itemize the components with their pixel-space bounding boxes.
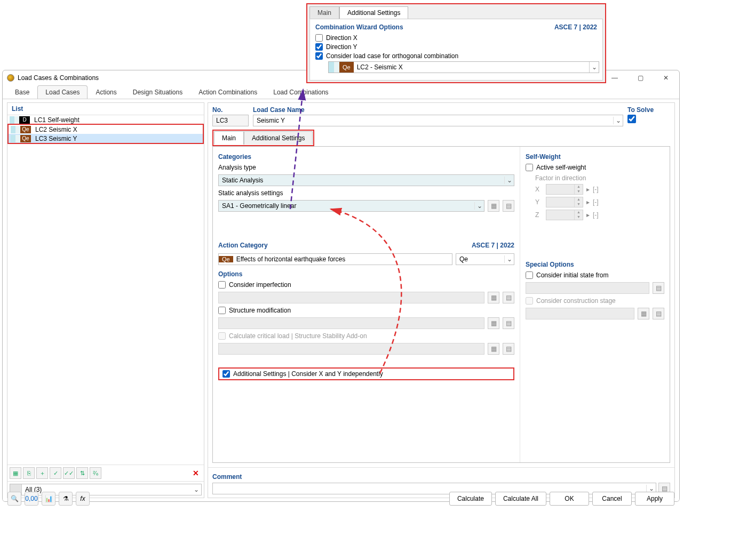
checkbox-direction-x[interactable] <box>315 34 323 42</box>
checkbox-imperfection[interactable] <box>218 281 226 289</box>
renumber-button[interactable]: ²⁄₆ <box>90 467 101 479</box>
initialstate-select <box>526 282 649 294</box>
additional-settings-popup: Main Additional Settings Combination Wiz… <box>306 3 606 83</box>
subtab-main[interactable]: Main <box>214 131 244 145</box>
sas-select[interactable]: SA1 - Geometrically linear⌄ <box>218 200 484 212</box>
list-item[interactable]: D LC1 Self-weight <box>7 115 204 124</box>
stats-button[interactable]: 📊 <box>42 492 55 506</box>
label-orthogonal: Consider load case for orthogonal combin… <box>326 52 458 60</box>
function-button[interactable]: fx <box>76 492 90 506</box>
action-standard: ASCE 7 | 2022 <box>472 242 514 249</box>
checkbox-structmod[interactable] <box>218 307 226 314</box>
chevron-down-icon[interactable]: ⌄ <box>474 202 484 210</box>
tab-load-combinations[interactable]: Load Combinations <box>265 85 336 99</box>
check2-button[interactable]: ✓✓ <box>63 467 75 479</box>
close-button[interactable]: ✕ <box>657 74 675 82</box>
label-selfweight: Active self-weight <box>536 164 586 171</box>
main-tabset: Base Load Cases Actions Design Situation… <box>3 85 679 99</box>
sas-label: Static analysis settings <box>218 189 514 197</box>
critical-select <box>218 343 484 355</box>
list-item-label: LC2 Seismic X <box>31 126 77 133</box>
name-label: Load Case Name <box>253 106 623 114</box>
selfweight-heading: Self-Weight <box>526 153 664 161</box>
action-code-select[interactable]: Qe⌄ <box>456 253 514 265</box>
checkbox-initialstate[interactable] <box>526 271 533 279</box>
checkbox-critical <box>218 332 226 340</box>
new-struct-button[interactable]: ▦ <box>488 317 499 329</box>
help-button[interactable]: 🔍 <box>7 492 21 506</box>
popup-tab-additional[interactable]: Additional Settings <box>339 6 408 19</box>
ok-button[interactable]: OK <box>550 492 589 506</box>
edit-struct-button[interactable]: ▤ <box>503 317 514 329</box>
edit-init-button[interactable]: ▤ <box>653 282 664 294</box>
calculate-all-button[interactable]: Calculate All <box>495 492 546 506</box>
analysis-type-select[interactable]: Static Analysis⌄ <box>218 174 514 186</box>
delete-button[interactable]: ✕ <box>190 467 202 479</box>
analysis-type-label: Analysis type <box>218 164 514 171</box>
chevron-down-icon[interactable]: ⌄ <box>504 177 514 184</box>
list-heading: List <box>7 103 204 115</box>
maximize-button[interactable]: ▢ <box>631 74 649 82</box>
sort-button[interactable]: ⇅ <box>76 467 88 479</box>
settings-button[interactable]: ⚗ <box>59 492 73 506</box>
dialog-title: Load Cases & Combinations <box>18 74 99 82</box>
checkbox-orthogonal[interactable] <box>315 52 323 60</box>
specialopts-heading: Special Options <box>526 261 664 268</box>
no-field[interactable]: LC3 <box>212 115 249 126</box>
factor-z-spinner: ▲▼ <box>546 210 583 220</box>
new-cs-button[interactable]: ▦ <box>638 308 649 319</box>
new-settings-button[interactable]: ▦ <box>488 200 499 212</box>
badge-qe-icon: Qe <box>20 135 31 142</box>
new-button[interactable]: ▦ <box>10 467 21 479</box>
calculate-button[interactable]: Calculate <box>449 492 492 506</box>
edit-imp-button[interactable]: ▤ <box>503 292 514 303</box>
label-initialstate: Consider initial state from <box>536 271 608 279</box>
edit-cs-button[interactable]: ▤ <box>653 308 664 319</box>
minimize-button[interactable]: — <box>606 74 624 82</box>
copy-button[interactable]: ⎘ <box>23 467 35 479</box>
edit-crit-button[interactable]: ▤ <box>503 343 514 355</box>
units-button[interactable]: 0,00 <box>25 492 38 506</box>
list-item[interactable]: Qe LC3 Seismic Y <box>9 134 203 143</box>
label-critical: Calculate critical load | Structure Stab… <box>229 332 367 340</box>
qe-badge-icon: Qe <box>339 62 354 73</box>
subtab-additional[interactable]: Additional Settings <box>244 131 313 145</box>
name-field[interactable]: Seismic Y⌄ <box>253 115 623 126</box>
checkbox-additional-settings[interactable] <box>222 370 230 378</box>
structmod-select <box>218 317 484 329</box>
tab-design-situations[interactable]: Design Situations <box>125 85 190 99</box>
checkbox-direction-y[interactable] <box>315 43 323 51</box>
badge-d-icon: D <box>19 116 30 124</box>
cancel-button[interactable]: Cancel <box>592 492 632 506</box>
add-button[interactable]: ＋ <box>36 467 48 479</box>
chevron-down-icon[interactable]: ⌄ <box>613 117 623 124</box>
list-item-label: LC1 Self-weight <box>30 116 80 124</box>
comment-heading: Comment <box>212 473 670 481</box>
new-imp-button[interactable]: ▦ <box>488 292 499 303</box>
orthogonal-loadcase-select[interactable]: Qe LC2 - Seismic X ⌄ <box>328 61 599 73</box>
checkbox-selfweight[interactable] <box>526 164 533 171</box>
popup-heading: Combination Wizard Options <box>315 23 403 31</box>
check-button[interactable]: ✓ <box>50 467 61 479</box>
checkbox-constructionstage <box>526 297 533 305</box>
action-category-heading: Action Category <box>218 242 268 249</box>
label-direction-x: Direction X <box>326 34 357 42</box>
chevron-down-icon[interactable]: ⌄ <box>589 62 599 73</box>
tab-actions[interactable]: Actions <box>88 85 124 99</box>
categories-heading: Categories <box>218 153 514 161</box>
chevron-down-icon[interactable]: ⌄ <box>504 255 514 263</box>
new-crit-button[interactable]: ▦ <box>488 343 499 355</box>
action-category-select[interactable]: Qe Effects of horizontal earthquake forc… <box>218 253 452 265</box>
checkbox-to-solve[interactable] <box>627 115 636 123</box>
factor-y-spinner: ▲▼ <box>546 197 583 207</box>
tab-load-cases[interactable]: Load Cases <box>37 85 88 99</box>
dialog-footer: 🔍 0,00 📊 ⚗ fx Calculate Calculate All OK… <box>2 489 680 509</box>
solve-label: To Solve <box>627 106 670 114</box>
popup-tab-main[interactable]: Main <box>309 6 339 19</box>
apply-button[interactable]: Apply <box>635 492 674 506</box>
edit-settings-button[interactable]: ▤ <box>503 200 514 212</box>
tab-action-combinations[interactable]: Action Combinations <box>190 85 265 99</box>
tab-base[interactable]: Base <box>7 85 37 99</box>
label-imperfection: Consider imperfection <box>229 281 291 289</box>
list-item[interactable]: Qe LC2 Seismic X <box>9 125 203 134</box>
